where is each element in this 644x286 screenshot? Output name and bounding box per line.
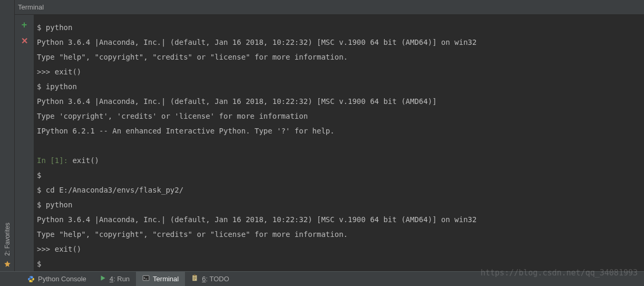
terminal-line: >>> exit() <box>37 242 642 256</box>
terminal-line: Python 3.6.4 |Anaconda, Inc.| (default, … <box>37 94 642 109</box>
svg-rect-2 <box>194 275 196 276</box>
python-console-label: Python Console <box>38 275 86 283</box>
plus-icon[interactable]: + <box>22 20 27 30</box>
status-bar: Python Console 4: Run Terminal 6: TODO <box>0 271 644 286</box>
play-icon <box>99 274 106 283</box>
python-console-icon <box>27 275 35 283</box>
terminal-line: In [1]: exit() <box>37 153 642 168</box>
tool-window-header: Terminal <box>15 0 644 15</box>
terminal-line: $ <box>37 168 642 183</box>
terminal-line: Type 'copyright', 'credits' or 'license'… <box>37 109 642 123</box>
terminal-tab-label: Terminal <box>18 3 44 11</box>
terminal-line: >>> exit() <box>37 64 642 79</box>
terminal-icon <box>142 274 150 283</box>
star-icon <box>4 260 11 269</box>
terminal-line: Type "help", "copyright", "credits" or "… <box>37 50 642 64</box>
run-button[interactable]: 4: Run <box>93 272 136 286</box>
todo-label: 6: TODO <box>202 275 229 283</box>
svg-rect-1 <box>193 275 197 281</box>
terminal-button[interactable]: Terminal <box>136 272 185 286</box>
terminal-line: Type "help", "copyright", "credits" or "… <box>37 227 642 242</box>
left-rail: 2: Favorites <box>0 0 15 271</box>
terminal-line: Python 3.6.4 |Anaconda, Inc.| (default, … <box>37 212 642 227</box>
todo-button[interactable]: 6: TODO <box>185 272 236 286</box>
python-console-button[interactable]: Python Console <box>21 272 93 286</box>
terminal-output[interactable]: $ pythonPython 3.6.4 |Anaconda, Inc.| (d… <box>34 15 644 271</box>
favorites-label: 2: Favorites <box>4 221 11 258</box>
run-label: 4: Run <box>110 275 130 283</box>
terminal-line: $ python <box>37 197 642 212</box>
terminal-line <box>37 138 642 153</box>
terminal-line: $ ipython <box>37 79 642 94</box>
terminal-line: IPython 6.2.1 -- An enhanced Interactive… <box>37 123 642 138</box>
terminal-button-label: Terminal <box>153 275 179 283</box>
todo-icon <box>191 274 199 283</box>
terminal-line: $ cd E:/Anaconda3/envs/flask_py2/ <box>37 183 642 197</box>
terminal-line: $ python <box>37 20 642 35</box>
close-icon[interactable]: ✕ <box>21 37 28 45</box>
svg-rect-0 <box>143 275 149 280</box>
terminal-line: $ <box>37 256 642 271</box>
sidebar-item-favorites[interactable]: 2: Favorites <box>0 221 15 269</box>
terminal-line: Python 3.6.4 |Anaconda, Inc.| (default, … <box>37 35 642 50</box>
terminal-gutter: + ✕ <box>15 15 34 271</box>
